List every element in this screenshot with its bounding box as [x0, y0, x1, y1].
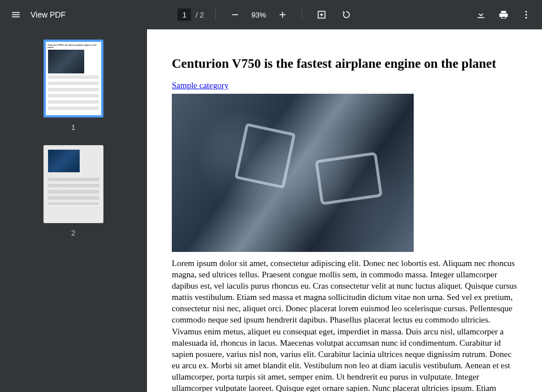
app-title: View PDF [31, 10, 66, 19]
toolbar-right [470, 3, 537, 26]
print-button[interactable] [492, 3, 515, 26]
thumbnail-page-1[interactable]: Centurion V750 is the fastest airplane e… [44, 40, 103, 132]
divider [302, 9, 302, 20]
thumbnail-sidebar[interactable]: Centurion V750 is the fastest airplane e… [0, 29, 147, 392]
print-icon [498, 10, 509, 20]
svg-rect-2 [282, 12, 283, 18]
more-vert-icon [521, 10, 531, 20]
thumbnail-preview: Centurion V750 is the fastest airplane e… [44, 40, 103, 117]
more-button[interactable] [515, 3, 537, 26]
toolbar-center: / 2 93% [177, 3, 357, 26]
download-icon [476, 10, 486, 20]
zoom-in-button[interactable] [271, 3, 294, 26]
menu-icon [11, 10, 21, 20]
document-title: Centurion V750 is the fastest airplane e… [172, 56, 517, 71]
rotate-button[interactable] [335, 3, 358, 26]
svg-rect-0 [232, 14, 238, 15]
document-body-text: Lorem ipsum dolor sit amet, consectetur … [172, 258, 517, 392]
thumbnail-number: 1 [71, 123, 75, 132]
document-viewer[interactable]: Centurion V750 is the fastest airplane e… [147, 29, 542, 392]
document-hero-image [172, 94, 414, 252]
divider [215, 9, 216, 20]
menu-button[interactable] [5, 3, 27, 26]
fit-page-button[interactable] [310, 3, 333, 26]
svg-point-4 [526, 11, 527, 12]
svg-point-5 [526, 14, 527, 16]
rotate-icon [341, 10, 352, 20]
minus-icon [230, 10, 240, 20]
download-button[interactable] [470, 3, 492, 26]
svg-point-6 [526, 17, 527, 19]
document-page: Centurion V750 is the fastest airplane e… [147, 29, 542, 392]
main: Centurion V750 is the fastest airplane e… [0, 29, 542, 392]
thumbnail-preview [44, 145, 103, 223]
page-number-input[interactable] [177, 8, 191, 21]
category-link[interactable]: Sample category [172, 81, 228, 90]
toolbar: View PDF / 2 93% [0, 0, 542, 29]
zoom-level-label: 93% [249, 11, 269, 19]
plus-icon [277, 10, 288, 20]
page-total-label: / 2 [193, 11, 207, 19]
fit-page-icon [316, 10, 327, 20]
thumbnail-number: 2 [71, 229, 75, 237]
thumbnail-page-2[interactable]: 2 [44, 145, 103, 237]
zoom-out-button[interactable] [224, 3, 246, 26]
